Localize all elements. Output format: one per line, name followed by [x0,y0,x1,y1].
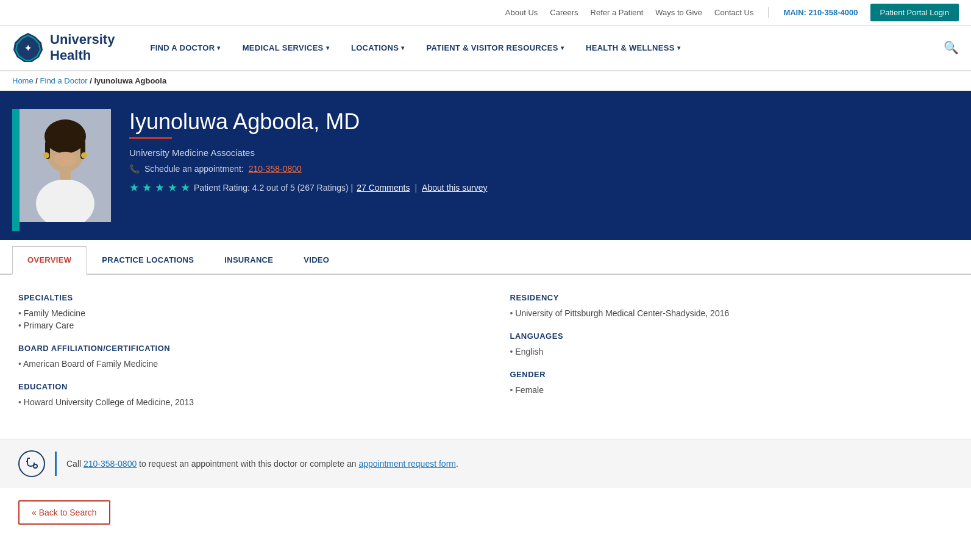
stethoscope-icon [18,450,45,477]
search-icon[interactable]: 🔍 [944,40,959,55]
chevron-down-icon: ▾ [326,44,329,51]
nav-locations[interactable]: LOCATIONS ▾ [340,37,416,58]
breadcrumb-current: Iyunoluwa Agboola [94,76,166,85]
specialties-list: Family Medicine Primary Care [18,307,461,331]
refer-patient-link[interactable]: Refer a Patient [591,8,644,17]
cta-phone-link[interactable]: 210-358-0800 [84,459,137,469]
patient-portal-button[interactable]: Patient Portal Login [870,4,959,21]
board-heading: BOARD AFFILIATION/CERTIFICATION [18,344,461,353]
languages-list: English [510,346,953,358]
gender-heading: GENDER [510,370,953,379]
tab-insurance[interactable]: INSURANCE [209,246,288,274]
breadcrumb-home[interactable]: Home [12,76,34,85]
svg-point-11 [43,152,49,158]
tab-overview[interactable]: OVERVIEW [12,246,87,275]
language-item: English [510,346,953,358]
svg-rect-9 [60,169,71,180]
board-item: American Board of Family Medicine [18,358,461,370]
doctor-photo [20,109,111,222]
doctor-phone-row: 📞 Schedule an appointment: 210-358-0800 [129,164,487,174]
survey-link[interactable]: About this survey [422,183,487,193]
nav-health-wellness[interactable]: HEALTH & WELLNESS ▾ [575,37,691,58]
logo-icon: ✦ [12,32,44,63]
specialties-heading: SPECIALTIES [18,293,461,302]
doctor-banner: Iyunoluwa Agboola, MD University Medicin… [0,91,971,240]
logo-text: University Health [50,32,115,64]
utility-divider [768,7,769,18]
nav-find-doctor[interactable]: FIND A DOCTOR ▾ [139,37,231,58]
contact-us-link[interactable]: Contact Us [714,8,753,17]
education-item: Howard University College of Medicine, 2… [18,396,461,408]
gender-item: Female [510,384,953,396]
residency-list: University of Pittsburgh Medical Center-… [510,307,953,319]
star-rating: ★ ★ ★ ★ ★ [129,181,190,194]
overview-section: SPECIALTIES Family Medicine Primary Care… [0,275,971,439]
residency-heading: RESIDENCY [510,293,953,302]
overview-right: RESIDENCY University of Pittsburgh Medic… [510,293,953,420]
chevron-down-icon: ▾ [677,44,680,51]
gender-list: Female [510,384,953,396]
residency-item: University of Pittsburgh Medical Center-… [510,307,953,319]
chevron-down-icon: ▾ [561,44,564,51]
back-to-search-button[interactable]: « Back to Search [18,500,110,525]
schedule-label: Schedule an appointment: [144,164,244,174]
tab-video[interactable]: VIDEO [288,246,344,274]
cta-divider [55,452,57,476]
main-phone: MAIN: 210-358-4000 [783,8,858,17]
doctor-phone-link[interactable]: 210-358-0800 [249,164,302,174]
about-us-link[interactable]: About Us [505,8,538,17]
svg-text:✦: ✦ [24,43,32,53]
education-heading: EDUCATION [18,382,461,391]
doctor-info: Iyunoluwa Agboola, MD University Medicin… [129,109,487,194]
comments-link[interactable]: 27 Comments [357,183,410,193]
back-search-area: « Back to Search [0,488,971,543]
tabs-bar: OVERVIEW PRACTICE LOCATIONS INSURANCE VI… [0,246,971,275]
breadcrumb-find-doctor[interactable]: Find a Doctor [40,76,88,85]
teal-accent-bar [12,109,20,231]
breadcrumb: Home / Find a Doctor / Iyunoluwa Agboola [0,71,971,91]
appointment-cta: Call 210-358-0800 to request an appointm… [0,439,971,488]
main-nav: ✦ University Health FIND A DOCTOR ▾ MEDI… [0,26,971,71]
svg-point-12 [81,152,87,158]
rating-text: Patient Rating: 4.2 out of 5 (267 Rating… [194,183,353,193]
rating-row: ★ ★ ★ ★ ★ Patient Rating: 4.2 out of 5 (… [129,181,487,194]
doctor-photo-wrap [12,109,111,222]
specialty-item: Family Medicine [18,307,461,319]
nav-links: FIND A DOCTOR ▾ MEDICAL SERVICES ▾ LOCAT… [139,37,944,58]
cta-text: Call 210-358-0800 to request an appointm… [66,459,458,469]
languages-heading: LANGUAGES [510,331,953,341]
name-underline [129,137,172,139]
specialty-item: Primary Care [18,319,461,331]
careers-link[interactable]: Careers [550,8,578,17]
phone-icon: 📞 [129,164,140,174]
nav-medical-services[interactable]: MEDICAL SERVICES ▾ [232,37,340,58]
ways-to-give-link[interactable]: Ways to Give [655,8,702,17]
board-list: American Board of Family Medicine [18,358,461,370]
chevron-down-icon: ▾ [217,44,220,51]
utility-bar: About Us Careers Refer a Patient Ways to… [0,0,971,26]
svg-point-5 [44,119,86,154]
doctor-avatar-svg [20,109,111,222]
tab-practice-locations[interactable]: PRACTICE LOCATIONS [87,246,209,274]
appointment-request-form-link[interactable]: appointment request form [358,459,456,469]
doctor-name: Iyunoluwa Agboola, MD [129,109,487,135]
stethoscope-svg [24,456,39,471]
chevron-down-icon: ▾ [401,44,404,51]
svg-point-10 [54,152,76,166]
nav-patient-visitor-resources[interactable]: PATIENT & VISITOR RESOURCES ▾ [416,37,575,58]
logo[interactable]: ✦ University Health [12,32,115,64]
education-list: Howard University College of Medicine, 2… [18,396,461,408]
doctor-affiliation: University Medicine Associates [129,147,487,158]
overview-left: SPECIALTIES Family Medicine Primary Care… [18,293,461,420]
